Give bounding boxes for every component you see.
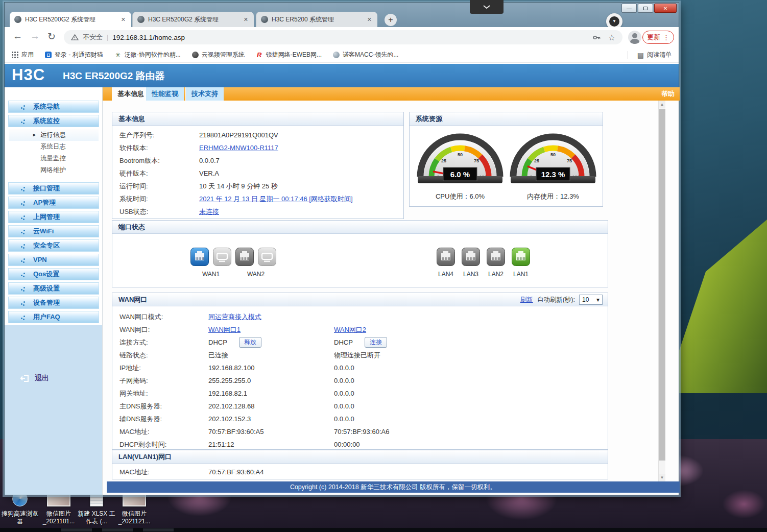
system-resources-panel: 系统资源 0 25 50 75 100 6.0 % <box>409 112 603 207</box>
globe-favicon-icon <box>137 16 145 23</box>
profile-avatar[interactable] <box>628 31 641 44</box>
tab-close-icon[interactable]: ✕ <box>243 16 249 23</box>
help-link[interactable]: 帮助 <box>661 87 675 101</box>
bookmark-item[interactable]: R 锐捷网络-EWEB网... <box>256 51 322 59</box>
tab-tech-support[interactable]: 技术支持 <box>185 87 224 101</box>
taskbar-autohide-chevron[interactable] <box>470 0 504 14</box>
sidebar-item-security-zone[interactable]: 安全专区 <box>8 239 99 252</box>
wan1-mac: 70:57:BF:93:60:A5 <box>208 425 263 438</box>
usb-status-link[interactable]: 未连接 <box>199 205 219 218</box>
wan2-link[interactable]: WAN网口2 <box>334 323 366 336</box>
panel-title: 系统资源 <box>410 112 603 126</box>
wan2-mac: 70:57:BF:93:60:A6 <box>334 425 389 438</box>
connect-button[interactable]: 连接 <box>365 337 387 348</box>
tab-close-icon[interactable]: ✕ <box>366 16 373 23</box>
field-label: 网关地址: <box>119 387 148 400</box>
back-button[interactable]: ← <box>13 31 22 42</box>
sidebar-item-label: Qos设置 <box>33 270 59 278</box>
chrome-update-button[interactable]: 更新 ⋮ <box>642 31 674 44</box>
desktop-icon-label: 微信图片_2021121... <box>114 510 154 525</box>
taskbar-button[interactable] <box>102 528 133 531</box>
taskbar-button[interactable] <box>143 528 174 531</box>
page-scrollbar[interactable]: ▲ ▼ <box>658 101 665 481</box>
desktop-icon-wechat-image-1[interactable]: 微信图片_2021101... <box>39 492 79 525</box>
tab-title: H3C ER5200G2 系统管理 <box>148 15 239 24</box>
sidebar-subitem-traffic-monitor[interactable]: 流量监控 <box>9 153 99 164</box>
h3c-logo: H3C <box>12 66 45 84</box>
svg-text:75: 75 <box>567 158 572 163</box>
browser-tab-2[interactable]: H3C ER5200G2 系统管理 ✕ <box>132 12 254 27</box>
taskbar-button[interactable] <box>61 528 92 531</box>
browser-tab-1[interactable]: H3C ER5200G2 系统管理 ✕ <box>10 12 131 27</box>
sidebar-item-internet-mgmt[interactable]: 上网管理 <box>8 211 99 223</box>
menu-dots-icon: ⋮ <box>663 34 669 41</box>
address-bar[interactable]: 不安全 | 192.168.31.1/home.asp ☆ <box>64 30 622 44</box>
bookmark-favicon-icon <box>45 52 52 58</box>
scrollbar-thumb[interactable] <box>659 109 665 461</box>
sidebar-item-label: 设备管理 <box>33 299 60 306</box>
sidebar-item-system-monitor[interactable]: 系统监控 <box>8 115 99 127</box>
menu-bullet-icon <box>21 316 26 320</box>
tab-performance[interactable]: 性能监视 <box>146 87 184 101</box>
desktop-icon-label: 新建 XLSX 工作表 (... <box>77 510 116 525</box>
bookmark-item[interactable]: ✳ 泛微-协同软件的精... <box>114 51 181 59</box>
sidebar-item-advanced[interactable]: 高级设置 <box>8 282 99 295</box>
wan-panel: WAN网口 刷新 自动刷新(秒): 10 ▾ WAN网口模式:同运营商接入模式 … <box>112 293 608 450</box>
menu-bullet-icon <box>21 273 26 277</box>
close-button[interactable]: ✕ <box>654 4 677 13</box>
wan-mode-link[interactable]: 同运营商接入模式 <box>208 310 261 323</box>
gauge-readout: 6.0 % <box>450 170 470 179</box>
sidebar-item-device-mgmt[interactable]: 设备管理 <box>8 297 99 309</box>
wan1-link[interactable]: WAN网口1 <box>208 323 241 336</box>
software-version-link[interactable]: ERHMG2-MNW100-R1117 <box>199 141 278 154</box>
sidebar-subitem-network-maintenance[interactable]: 网络维护 <box>9 164 99 176</box>
desktop-icon-sogou[interactable]: 搜狗高速浏览器 <box>0 491 40 525</box>
tab-basic-info[interactable]: 基本信息 <box>112 87 150 101</box>
reload-button[interactable]: ↻ <box>47 31 56 42</box>
minimize-button[interactable]: — <box>621 4 637 13</box>
release-button[interactable]: 释放 <box>239 337 261 348</box>
system-time-link[interactable]: 2021 年 12 月 13 日 星期一 00:17:46 [网络获取时间] <box>199 192 353 205</box>
sidebar-item-interface-mgmt[interactable]: 接口管理 <box>8 182 99 195</box>
new-tab-button[interactable]: + <box>385 14 397 26</box>
logout-label: 退出 <box>35 374 49 383</box>
wan1-dhcp-remaining: 21:51:12 <box>208 438 234 451</box>
sidebar-subitem-system-log[interactable]: 系统日志 <box>9 141 99 153</box>
sidebar-item-ap-mgmt[interactable]: AP管理 <box>8 197 99 209</box>
bookmark-item[interactable]: 诺客MACC-领先的... <box>333 51 398 59</box>
password-key-icon[interactable] <box>592 33 601 42</box>
sidebar-subitem-running-info[interactable]: ►运行信息 <box>9 129 99 141</box>
sidebar-footer-area <box>5 325 102 495</box>
scroll-down-arrow[interactable]: ▼ <box>659 474 665 481</box>
browser-tab-3[interactable]: H3C ER5200 系统管理 ✕ <box>256 12 377 27</box>
hardware-version: VER.A <box>199 167 219 180</box>
tab-close-icon[interactable]: ✕ <box>120 16 127 23</box>
globe-favicon-icon <box>261 16 268 23</box>
forward-button[interactable]: → <box>30 31 40 42</box>
wan1-empty-port-icon <box>212 247 232 267</box>
refresh-link[interactable]: 刷新 <box>520 294 533 306</box>
desktop-icon-wechat-image-2[interactable]: 微信图片_2021121... <box>114 492 154 525</box>
sidebar-item-qos[interactable]: Qos设置 <box>8 268 99 280</box>
sidebar-item-user-faq[interactable]: 用户FAQ <box>8 311 99 323</box>
wan2-empty-port-icon <box>257 247 277 267</box>
logout-button[interactable]: 退出 <box>20 373 49 383</box>
field-label: 链路状态: <box>119 349 148 361</box>
scroll-up-arrow[interactable]: ▲ <box>659 101 665 108</box>
wan1-port-icon <box>190 247 209 267</box>
field-label: 运行时间: <box>119 180 148 192</box>
apps-shortcut[interactable]: 应用 <box>12 51 34 59</box>
auto-refresh-select[interactable]: 10 ▾ <box>579 295 603 305</box>
desktop-icon-xlsx[interactable]: 新建 XLSX 工作表 (... <box>77 491 116 525</box>
sidebar-item-system-nav[interactable]: 系统导航 <box>8 101 99 113</box>
bookmark-item[interactable]: 云视频管理系统 <box>192 51 245 59</box>
bookmark-star-icon[interactable]: ☆ <box>608 33 615 42</box>
menu-bullet-icon <box>21 105 26 110</box>
bookmark-item[interactable]: 登录 - 利通招财猫 <box>45 51 103 59</box>
taskbar[interactable] <box>0 528 767 532</box>
sidebar-item-cloud-wifi[interactable]: 云WiFi <box>8 225 99 237</box>
maximize-button[interactable] <box>638 4 653 13</box>
reading-list-button[interactable]: ▤ 阅读清单 <box>628 51 672 59</box>
sidebar-item-vpn[interactable]: VPN <box>8 254 99 266</box>
wan2-netmask: 0.0.0.0 <box>334 374 354 387</box>
